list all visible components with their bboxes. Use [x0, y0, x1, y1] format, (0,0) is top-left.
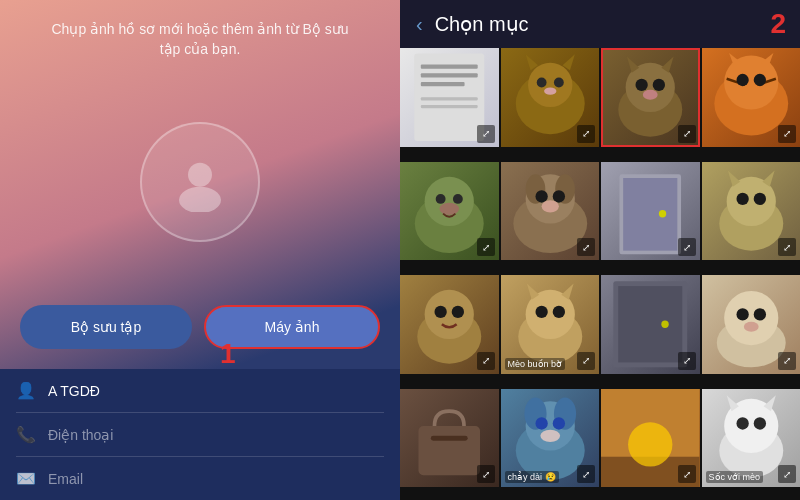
expand-icon[interactable]: ⤢ [678, 238, 696, 256]
photo-cell-11[interactable]: ⤢ [601, 275, 700, 374]
svg-point-44 [659, 210, 666, 217]
svg-rect-7 [421, 105, 478, 108]
email-input[interactable] [48, 471, 384, 487]
svg-point-50 [753, 192, 765, 204]
svg-point-41 [541, 200, 558, 212]
left-panel: Chụp ảnh hồ sơ mới hoặc thêm ảnh từ Bộ s… [0, 0, 400, 500]
svg-point-20 [653, 79, 665, 91]
svg-point-32 [436, 194, 446, 204]
profile-form: 👤 📞 ✉️ [0, 369, 400, 500]
svg-point-39 [535, 190, 547, 202]
svg-rect-62 [618, 286, 682, 362]
expand-icon[interactable]: ⤢ [577, 352, 595, 370]
name-form-item: 👤 [16, 369, 384, 413]
svg-point-1 [179, 187, 221, 212]
expand-icon[interactable]: ⤢ [477, 125, 495, 143]
right-panel: ‹ Chọn mục 2 ⤢⤢⤢⤢⤢⤢⤢⤢⤢⤢Mèo buồn bờ⤢⤢⤢⤢ch… [400, 0, 800, 500]
svg-point-68 [743, 322, 758, 332]
phone-input[interactable] [48, 427, 384, 443]
person-icon: 👤 [16, 381, 36, 400]
photo-cell-10[interactable]: ⤢Mèo buồn bờ [501, 275, 600, 374]
svg-rect-6 [421, 97, 478, 100]
step-1-label: 1 [220, 338, 236, 370]
svg-point-0 [188, 163, 212, 187]
photo-cell-16[interactable]: ⤢Sốc với mèo [702, 389, 801, 488]
back-button[interactable]: ‹ [416, 13, 423, 36]
svg-point-40 [552, 190, 564, 202]
expand-icon[interactable]: ⤢ [577, 465, 595, 483]
email-form-item: ✉️ [16, 457, 384, 500]
expand-icon[interactable]: ⤢ [477, 352, 495, 370]
collection-button[interactable]: Bộ sưu tập [20, 305, 192, 349]
svg-point-33 [453, 194, 463, 204]
svg-point-80 [628, 422, 672, 466]
svg-point-60 [552, 306, 564, 318]
right-header: ‹ Chọn mục [400, 0, 800, 48]
expand-icon[interactable]: ⤢ [778, 125, 796, 143]
photo-label: Mèo buồn bờ [505, 358, 566, 370]
photo-cell-3[interactable]: ⤢ [601, 48, 700, 147]
expand-icon[interactable]: ⤢ [778, 465, 796, 483]
top-description: Chụp ảnh hồ sơ mới hoặc thêm ảnh từ Bộ s… [0, 0, 400, 59]
name-input[interactable] [48, 383, 384, 399]
photo-cell-6[interactable]: ⤢ [501, 162, 600, 261]
photo-cell-9[interactable]: ⤢ [400, 275, 499, 374]
photo-cell-15[interactable]: ⤢ [601, 389, 700, 488]
svg-point-27 [753, 74, 765, 86]
photo-cell-12[interactable]: ⤢ [702, 275, 801, 374]
svg-point-53 [434, 306, 446, 318]
svg-point-66 [736, 308, 748, 320]
expand-icon[interactable]: ⤢ [577, 125, 595, 143]
photo-cell-1[interactable]: ⤢ [400, 48, 499, 147]
svg-point-85 [736, 417, 748, 429]
expand-icon[interactable]: ⤢ [678, 465, 696, 483]
svg-rect-5 [421, 82, 465, 86]
photo-cell-5[interactable]: ⤢ [400, 162, 499, 261]
avatar-circle [140, 122, 260, 242]
svg-point-77 [540, 429, 560, 441]
photo-cell-7[interactable]: ⤢ [601, 162, 700, 261]
email-icon: ✉️ [16, 469, 36, 488]
phone-form-item: 📞 [16, 413, 384, 457]
avatar-area [140, 59, 260, 305]
svg-point-65 [724, 291, 778, 345]
svg-marker-11 [562, 54, 574, 70]
svg-point-54 [452, 306, 464, 318]
svg-point-13 [553, 78, 563, 88]
svg-point-86 [753, 417, 765, 429]
photo-cell-2[interactable]: ⤢ [501, 48, 600, 147]
svg-point-67 [753, 308, 765, 320]
expand-icon[interactable]: ⤢ [678, 352, 696, 370]
expand-icon[interactable]: ⤢ [477, 465, 495, 483]
svg-point-19 [635, 79, 647, 91]
svg-rect-3 [421, 64, 478, 68]
photo-label: Sốc với mèo [706, 471, 764, 483]
svg-point-76 [552, 417, 564, 429]
expand-icon[interactable]: ⤢ [577, 238, 595, 256]
expand-icon[interactable]: ⤢ [778, 238, 796, 256]
svg-point-59 [535, 306, 547, 318]
photo-label: chảy dài 😢 [505, 471, 559, 483]
expand-icon[interactable]: ⤢ [778, 352, 796, 370]
svg-point-14 [544, 87, 556, 94]
svg-point-75 [535, 417, 547, 429]
svg-rect-43 [623, 178, 677, 251]
svg-rect-4 [421, 73, 478, 77]
photo-cell-14[interactable]: ⤢chảy dài 😢 [501, 389, 600, 488]
svg-point-63 [661, 321, 668, 328]
expand-icon[interactable]: ⤢ [477, 238, 495, 256]
svg-point-49 [736, 192, 748, 204]
phone-icon: 📞 [16, 425, 36, 444]
svg-point-21 [643, 90, 658, 100]
svg-rect-70 [431, 435, 468, 440]
right-header-wrap: ‹ Chọn mục 2 [400, 0, 800, 48]
avatar-icon [170, 152, 230, 212]
step-2-label: 2 [770, 8, 786, 40]
photo-cell-4[interactable]: ⤢ [702, 48, 801, 147]
svg-point-26 [736, 74, 748, 86]
svg-rect-69 [418, 425, 480, 474]
svg-point-12 [536, 78, 546, 88]
photo-cell-13[interactable]: ⤢ [400, 389, 499, 488]
expand-icon[interactable]: ⤢ [678, 125, 696, 143]
photo-cell-8[interactable]: ⤢ [702, 162, 801, 261]
